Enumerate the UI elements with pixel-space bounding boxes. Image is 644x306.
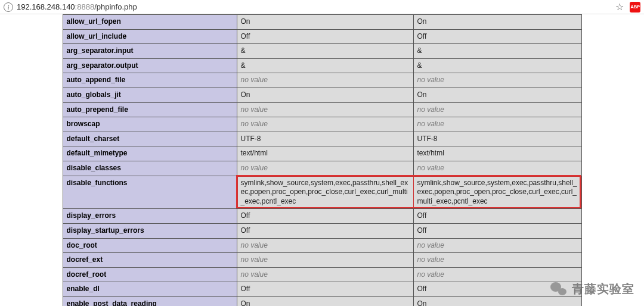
table-row: enable_dlOffOff — [63, 282, 581, 297]
local-value: Off — [237, 29, 413, 44]
directive-name: auto_prepend_file — [63, 102, 237, 117]
directive-name: doc_root — [63, 238, 237, 253]
directive-name: allow_url_include — [63, 29, 237, 44]
directive-name: display_startup_errors — [63, 223, 237, 238]
bookmark-star-icon[interactable]: ☆ — [615, 0, 624, 14]
directive-name: docref_ext — [63, 253, 237, 268]
table-row: allow_url_fopenOnOn — [63, 15, 581, 30]
local-value: no value — [237, 267, 413, 282]
local-value: text/html — [237, 146, 413, 161]
local-value: & — [237, 58, 413, 73]
table-row: auto_prepend_fileno valueno value — [63, 102, 581, 117]
directive-name: browscap — [63, 117, 237, 132]
directive-name: default_mimetype — [63, 146, 237, 161]
table-row: disable_classesno valueno value — [63, 161, 581, 176]
local-value: symlink,show_source,system,exec,passthru… — [237, 176, 413, 209]
page-body: allow_url_fopenOnOnallow_url_includeOffO… — [0, 14, 644, 306]
master-value: no value — [413, 161, 581, 176]
table-row: browscapno valueno value — [63, 117, 581, 132]
local-value: UTF-8 — [237, 132, 413, 146]
local-value: Off — [237, 282, 413, 297]
directive-name: enable_dl — [63, 282, 237, 297]
table-row: display_errorsOffOff — [63, 209, 581, 224]
url-path: /phpinfo.php — [94, 0, 137, 14]
site-info-icon[interactable]: i — [4, 2, 13, 12]
table-row: allow_url_includeOffOff — [63, 29, 581, 44]
master-value: Off — [413, 29, 581, 44]
table-row: docref_extno valueno value — [63, 253, 581, 268]
table-row: auto_globals_jitOnOn — [63, 88, 581, 102]
local-value: Off — [237, 209, 413, 224]
master-value: & — [413, 58, 581, 73]
master-value: no value — [413, 253, 581, 268]
local-value: no value — [237, 238, 413, 253]
master-value: no value — [413, 117, 581, 132]
table-row: default_charsetUTF-8UTF-8 — [63, 132, 581, 146]
browser-url-bar[interactable]: i 192.168.248.140:8888/phpinfo.php ☆ ABP — [0, 0, 644, 14]
table-row: auto_append_fileno valueno value — [63, 73, 581, 88]
directive-name: default_charset — [63, 132, 237, 146]
local-value: On — [237, 88, 413, 102]
table-row: arg_separator.input&& — [63, 44, 581, 59]
table-row: default_mimetypetext/htmltext/html — [63, 146, 581, 161]
master-value: On — [413, 88, 581, 102]
table-row: arg_separator.output&& — [63, 58, 581, 73]
table-row: disable_functionssymlink,show_source,sys… — [63, 176, 581, 209]
master-value: Off — [413, 223, 581, 238]
master-value: no value — [413, 73, 581, 88]
local-value: On — [237, 296, 413, 306]
master-value: symlink,show_source,system,exec,passthru… — [413, 176, 581, 209]
local-value: no value — [237, 102, 413, 117]
local-value: no value — [237, 117, 413, 132]
directive-name: display_errors — [63, 209, 237, 224]
master-value: Off — [413, 282, 581, 297]
directive-name: disable_classes — [63, 161, 237, 176]
local-value: Off — [237, 223, 413, 238]
url-port: :8888 — [75, 0, 95, 14]
directive-name: arg_separator.input — [63, 44, 237, 59]
local-value: & — [237, 44, 413, 59]
directive-name: docref_root — [63, 267, 237, 282]
master-value: text/html — [413, 146, 581, 161]
master-value: no value — [413, 238, 581, 253]
table-row: docref_rootno valueno value — [63, 267, 581, 282]
table-row: display_startup_errorsOffOff — [63, 223, 581, 238]
directive-name: arg_separator.output — [63, 58, 237, 73]
local-value: On — [237, 15, 413, 30]
directive-name: enable_post_data_reading — [63, 296, 237, 306]
local-value: no value — [237, 253, 413, 268]
directive-name: allow_url_fopen — [63, 15, 237, 30]
directive-name: auto_globals_jit — [63, 88, 237, 102]
table-row: enable_post_data_readingOnOn — [63, 296, 581, 306]
master-value: no value — [413, 102, 581, 117]
phpinfo-table: allow_url_fopenOnOnallow_url_includeOffO… — [63, 14, 582, 306]
table-row: doc_rootno valueno value — [63, 238, 581, 253]
master-value: & — [413, 44, 581, 59]
master-value: no value — [413, 267, 581, 282]
adblock-icon[interactable]: ABP — [630, 2, 640, 13]
directive-name: disable_functions — [63, 176, 237, 209]
local-value: no value — [237, 161, 413, 176]
master-value: On — [413, 15, 581, 30]
master-value: Off — [413, 209, 581, 224]
local-value: no value — [237, 73, 413, 88]
directive-name: auto_append_file — [63, 73, 237, 88]
master-value: UTF-8 — [413, 132, 581, 146]
master-value: On — [413, 296, 581, 306]
url-host: 192.168.248.140 — [17, 0, 75, 14]
